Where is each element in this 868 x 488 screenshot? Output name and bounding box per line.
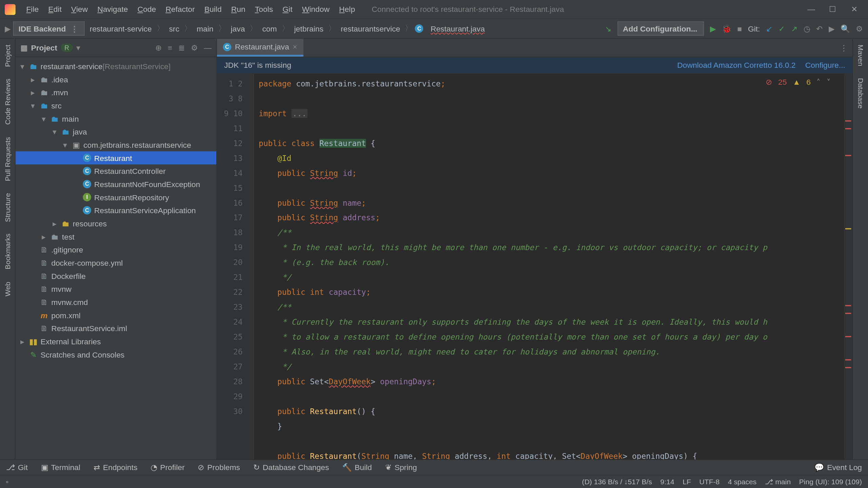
menu-window[interactable]: Window [297,0,334,19]
tool-tab-project[interactable]: Project [3,39,12,73]
hide-panel-icon[interactable]: — [204,43,212,52]
indent-info[interactable]: 4 spaces [728,477,756,486]
tool-tab-code-reviews[interactable]: Code Reviews [3,73,12,131]
run-icon[interactable]: ▶ [710,24,716,33]
breadcrumb-item[interactable]: java [228,24,247,33]
tab-options-icon[interactable]: ⋮ [840,43,848,52]
tree-node-dockerfile[interactable]: 🗎Dockerfile [16,269,216,283]
tree-arrow-icon[interactable]: ▾ [53,127,61,136]
tool-window-spring[interactable]: ❦Spring [385,463,417,472]
tool-window-database-changes[interactable]: ↻Database Changes [253,463,329,472]
expand-all-icon[interactable]: ≡ [168,43,172,52]
minimize-button[interactable]: — [807,5,815,14]
prev-highlight-icon[interactable]: ˄ [816,78,821,86]
git-pull-icon[interactable]: ↙ [766,24,772,33]
close-tab-icon[interactable]: × [293,42,297,51]
run-arrow-icon[interactable]: ▶ [5,24,11,33]
tree-node-scratches-and-consoles[interactable]: ✎Scratches and Consoles [16,348,216,361]
tree-node-restaurantcontroller[interactable]: CRestaurantController [16,164,216,178]
tree-node-com-jetbrains-restaurantservice[interactable]: ▾▣com.jetbrains.restaurantservice [16,138,216,151]
tree-arrow-icon[interactable]: ▸ [31,75,39,84]
breadcrumb-item[interactable]: jetbrains [292,24,326,33]
menu-tools[interactable]: Tools [250,0,278,19]
tool-windows-icon[interactable]: ▫ [6,477,8,486]
git-push-icon[interactable]: ↗ [791,24,797,33]
tool-tab-database[interactable]: Database [856,72,865,115]
hammer-icon[interactable]: ↘ [605,24,611,33]
tree-node--gitignore[interactable]: 🗎.gitignore [16,243,216,256]
tree-arrow-icon[interactable]: ▾ [20,62,29,70]
tree-node-restaurant[interactable]: CRestaurant [16,151,216,165]
inspection-widget[interactable]: ⊘25 ▲6 ˄ ˅ [766,78,831,86]
stop-icon[interactable]: ■ [737,24,742,33]
breadcrumb-item[interactable]: restaurantservice [338,24,402,33]
tree-node--mvn[interactable]: ▸🖿.mvn [16,86,216,99]
menu-refactor[interactable]: Refactor [161,0,200,19]
tree-arrow-icon[interactable]: ▾ [31,101,39,110]
menu-navigate[interactable]: Navigate [93,0,133,19]
breadcrumb-item[interactable]: com [260,24,279,33]
tool-tab-maven[interactable]: Maven [856,39,865,72]
run-anything-icon[interactable]: ▶ [829,24,835,33]
history-icon[interactable]: ◷ [804,24,810,33]
menu-edit[interactable]: Edit [43,0,66,19]
git-commit-icon[interactable]: ✓ [778,24,785,33]
tree-arrow-icon[interactable]: ▸ [53,219,61,228]
project-tree[interactable]: ▾🖿restaurant-service [RestaurantService]… [16,57,216,460]
settings-icon[interactable]: ⚙ [856,24,863,33]
download-jdk-link[interactable]: Download Amazon Corretto 16.0.2 [677,61,795,69]
tool-window-terminal[interactable]: ▣Terminal [41,463,80,472]
tree-node-docker-compose-yml[interactable]: 🗎docker-compose.yml [16,256,216,269]
select-opened-icon[interactable]: ⊕ [155,43,162,52]
next-highlight-icon[interactable]: ˅ [827,78,831,86]
menu-code[interactable]: Code [133,0,161,19]
editor-tab-restaurant[interactable]: C Restaurant.java × [217,39,303,57]
code-editor[interactable]: 1 2 3 8 9 10 11 12 13 14 15 16 17 18 19 … [217,74,852,459]
file-encoding[interactable]: UTF-8 [699,477,720,486]
tree-node-restaurantrepository[interactable]: IRestaurantRepository [16,191,216,204]
tree-node-pom-xml[interactable]: mpom.xml [16,309,216,322]
panel-settings-icon[interactable]: ⚙ [191,43,198,52]
breadcrumb-item[interactable]: main [194,24,216,33]
line-separator[interactable]: LF [683,477,691,486]
tree-node--idea[interactable]: ▸🖿.idea [16,73,216,86]
project-scope-pill[interactable]: R [61,43,73,52]
caret-position[interactable]: 9:14 [660,477,674,486]
tool-window-event-log[interactable]: 💬Event Log [814,463,862,472]
breadcrumb-item[interactable]: Restaurant.java [428,24,487,33]
tool-window-git[interactable]: ⎇Git [6,463,28,472]
tree-node-restaurantservice-iml[interactable]: 🗎RestaurantService.iml [16,322,216,335]
tree-node-external-libraries[interactable]: ▸▮▮External Libraries [16,335,216,348]
tree-node-src[interactable]: ▾🖿src [16,99,216,112]
tool-tab-structure[interactable]: Structure [3,187,12,228]
error-stripe[interactable] [844,74,852,459]
tool-window-build[interactable]: 🔨Build [342,463,372,472]
breadcrumb-item[interactable]: restaurant-service [87,24,154,33]
collapse-all-icon[interactable]: ≣ [178,43,185,52]
tool-tab-pull-requests[interactable]: Pull Requests [3,131,12,187]
tool-window-profiler[interactable]: ◔Profiler [151,463,185,472]
tree-node-mvnw[interactable]: 🗎mvnw [16,282,216,296]
menu-run[interactable]: Run [226,0,250,19]
menu-git[interactable]: Git [278,0,297,19]
search-icon[interactable]: 🔍 [841,24,850,33]
tree-arrow-icon[interactable]: ▸ [31,88,39,97]
tree-node-restaurant-service[interactable]: ▾🖿restaurant-service [RestaurantService] [16,60,216,73]
configure-jdk-link[interactable]: Configure... [805,61,845,69]
tree-node-mvnw-cmd[interactable]: 🗎mvnw.cmd [16,296,216,309]
tree-node-test[interactable]: ▸🖿test [16,230,216,243]
tree-node-resources[interactable]: ▸🖿resources [16,217,216,230]
tree-node-restaurantserviceapplication[interactable]: CRestaurantServiceApplication [16,204,216,217]
breadcrumb-item[interactable]: src [166,24,182,33]
tree-node-java[interactable]: ▾🖿java [16,125,216,138]
menu-file[interactable]: File [21,0,43,19]
tool-tab-bookmarks[interactable]: Bookmarks [3,228,12,276]
git-branch[interactable]: ⎇ main [765,477,791,486]
run-config-selector[interactable]: IDE Backend ⋮ [13,21,85,36]
code-content[interactable]: package com.jetbrains.restaurantservice;… [254,74,852,459]
rollback-icon[interactable]: ↶ [816,24,823,33]
tool-window-problems[interactable]: ⊘Problems [198,463,240,472]
tree-arrow-icon[interactable]: ▾ [63,140,72,149]
tree-arrow-icon[interactable]: ▸ [42,232,50,241]
debug-icon[interactable]: 🐞 [722,24,731,33]
